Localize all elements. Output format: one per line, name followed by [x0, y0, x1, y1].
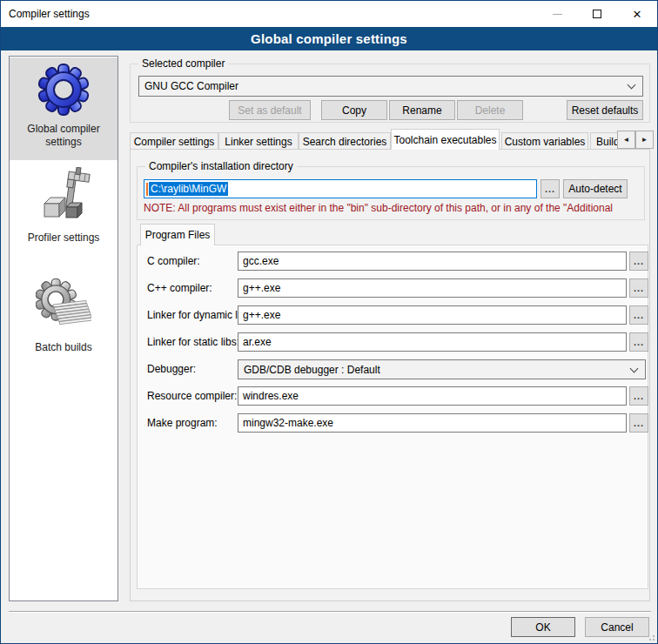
static-linker-input[interactable] [238, 332, 627, 352]
resource-compiler-label: Resource compiler: [147, 390, 237, 402]
static-linker-label: Linker for static libs: [147, 336, 239, 348]
close-icon: ✕ [633, 9, 642, 20]
ellipsis-icon: ... [634, 256, 644, 266]
debugger-label: Debugger: [147, 363, 196, 375]
resource-compiler-browse-button[interactable]: ... [629, 386, 648, 406]
ellipsis-icon: ... [634, 310, 644, 320]
minimize-icon [553, 14, 562, 15]
resize-grip[interactable] [647, 633, 655, 641]
make-program-input[interactable] [238, 413, 627, 433]
static-linker-browse-button[interactable]: ... [629, 332, 648, 352]
dynamic-linker-browse-button[interactable]: ... [629, 305, 648, 325]
subtab-program-files[interactable]: Program Files [140, 224, 215, 245]
blue-gear-icon [36, 62, 91, 117]
compiler-select-value: GNU GCC Compiler [144, 80, 238, 92]
window-title: Compiler settings [9, 8, 90, 20]
autodetect-button[interactable]: Auto-detect [563, 179, 628, 198]
resource-compiler-input[interactable] [238, 386, 627, 406]
banner-title: Global compiler settings [251, 31, 407, 46]
make-program-label: Make program: [147, 417, 218, 429]
sidebar-item-label: Global compiler settings [16, 123, 111, 149]
rename-button[interactable]: Rename [389, 100, 455, 120]
text-caret [146, 183, 148, 196]
titlebar[interactable]: Compiler settings ✕ [1, 1, 657, 27]
ok-button[interactable]: OK [511, 617, 575, 637]
install-dir-note: NOTE: All programs must exist either in … [144, 202, 626, 215]
c-compiler-input[interactable] [238, 252, 627, 271]
maximize-button[interactable] [577, 1, 617, 27]
arrow-left-icon: ◄ [623, 136, 630, 144]
settings-category-list: Global compiler settings [9, 56, 118, 601]
install-dir-browse-button[interactable]: ... [540, 179, 560, 198]
delete-button[interactable]: Delete [457, 100, 523, 120]
tab-linker-settings[interactable]: Linker settings [218, 132, 299, 150]
footer-separator [9, 611, 651, 613]
set-as-default-button[interactable]: Set as default [229, 100, 311, 120]
sidebar-item-batch-builds[interactable]: Batch builds [10, 276, 118, 366]
ellipsis-icon: ... [545, 184, 555, 194]
sidebar-item-profiler-settings[interactable]: Profiler settings [10, 166, 118, 257]
tab-custom-variables[interactable]: Custom variables [501, 132, 588, 150]
cpp-compiler-browse-button[interactable]: ... [629, 278, 648, 298]
make-program-browse-button[interactable]: ... [629, 413, 648, 433]
copy-button[interactable]: Copy [321, 100, 387, 120]
compiler-settings-dialog: Compiler settings ✕ Global compiler sett… [0, 0, 658, 644]
ellipsis-icon: ... [634, 418, 644, 428]
caption-buttons: ✕ [537, 1, 657, 27]
reset-defaults-button[interactable]: Reset defaults [567, 100, 643, 120]
tab-search-directories[interactable]: Search directories [299, 132, 391, 150]
cpp-compiler-input[interactable] [238, 278, 627, 298]
dialog-banner: Global compiler settings [1, 27, 657, 50]
tab-compiler-settings[interactable]: Compiler settings [130, 132, 218, 150]
chevron-down-icon [630, 365, 639, 373]
tab-scroll-right-button[interactable]: ► [635, 131, 654, 149]
install-dir-input[interactable]: C:\raylib\MinGW [144, 179, 537, 198]
c-compiler-browse-button[interactable]: ... [629, 252, 648, 271]
sidebar-item-label: Profiler settings [16, 231, 111, 245]
install-dir-group-label: Compiler's installation directory [145, 160, 297, 172]
gray-gear-stack-icon [36, 278, 91, 336]
arrow-right-icon: ► [641, 136, 648, 144]
selected-compiler-group-label: Selected compiler [138, 57, 228, 70]
cancel-button[interactable]: Cancel [585, 617, 649, 637]
debugger-select[interactable]: GDB/CDB debugger : Default [238, 359, 646, 379]
tab-toolchain-executables[interactable]: Toolchain executables [391, 129, 500, 150]
sidebar-item-global-compiler-settings[interactable]: Global compiler settings [10, 57, 118, 160]
ellipsis-icon: ... [634, 337, 644, 347]
compiler-select[interactable]: GNU GCC Compiler [138, 76, 643, 97]
caliper-icon [36, 167, 91, 226]
chevron-down-icon [628, 81, 636, 90]
debugger-select-value: GDB/CDB debugger : Default [244, 364, 380, 376]
ellipsis-icon: ... [634, 391, 644, 401]
dynamic-linker-input[interactable] [238, 305, 627, 325]
sidebar-item-label: Batch builds [16, 341, 111, 354]
tab-build-options[interactable]: Build options [590, 132, 617, 150]
c-compiler-label: C compiler: [147, 255, 200, 267]
maximize-icon [593, 10, 601, 18]
ellipsis-icon: ... [634, 283, 644, 293]
install-dir-value: C:\raylib\MinGW [149, 182, 228, 196]
cpp-compiler-label: C++ compiler: [147, 282, 212, 294]
close-button[interactable]: ✕ [617, 1, 657, 27]
minimize-button[interactable] [537, 1, 577, 27]
tab-scroll-left-button[interactable]: ◄ [617, 131, 635, 149]
